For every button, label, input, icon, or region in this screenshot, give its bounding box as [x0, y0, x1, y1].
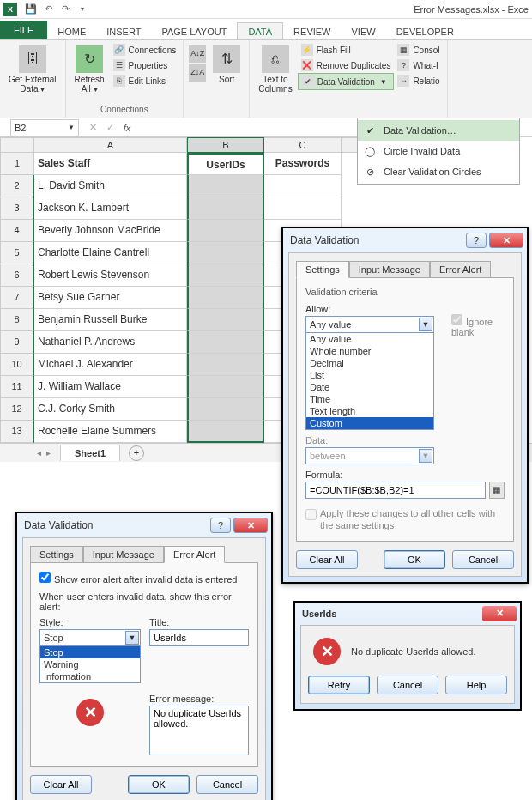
ignore-blank-checkbox[interactable]: Ignore blank	[451, 314, 505, 337]
ok-button[interactable]: OK	[128, 775, 190, 794]
undo-icon[interactable]: ↶	[41, 3, 55, 16]
cell[interactable]	[187, 175, 264, 197]
remove-duplicates-button[interactable]: ❌Remove Duplicates	[298, 58, 395, 73]
chevron-down-icon[interactable]: ▼	[68, 124, 75, 131]
tab-review[interactable]: REVIEW	[283, 23, 341, 39]
whatif-button[interactable]: ?What-I	[394, 58, 443, 73]
edit-links-button[interactable]: ⎘Edit Links	[110, 73, 180, 88]
row-header[interactable]: 8	[0, 309, 34, 331]
sort-az-button[interactable]: A↓Z Z↓A	[187, 42, 208, 116]
cell[interactable]: Charlotte Elaine Cantrell	[34, 242, 187, 264]
data-validation-split-button[interactable]: ✔Data Validation▼	[298, 73, 395, 90]
allow-option[interactable]: Date	[306, 381, 433, 393]
select-all-corner[interactable]	[0, 137, 34, 153]
tab-file[interactable]: FILE	[0, 21, 47, 39]
cancel-button[interactable]: Cancel	[377, 676, 438, 694]
row-header[interactable]: 2	[0, 175, 34, 197]
cell[interactable]: L. David Smith	[34, 175, 187, 197]
row-header[interactable]: 1	[0, 153, 34, 175]
enter-icon[interactable]: ✓	[103, 122, 117, 133]
style-option[interactable]: Warning	[40, 658, 140, 670]
cell[interactable]	[187, 309, 264, 331]
cell[interactable]: Jackson K. Lambert	[34, 197, 187, 220]
style-option[interactable]: Stop	[40, 646, 140, 658]
tab-input-message[interactable]: Input Message	[83, 546, 164, 563]
cell[interactable]: Michael J. Alexander	[34, 354, 187, 376]
tab-error-alert[interactable]: Error Alert	[164, 546, 226, 563]
row-header[interactable]: 11	[0, 376, 34, 398]
name-box[interactable]: B2 ▼	[10, 119, 79, 136]
cell[interactable]	[187, 197, 264, 220]
cell[interactable]	[187, 220, 264, 242]
row-header[interactable]: 13	[0, 421, 34, 443]
cell[interactable]	[187, 421, 264, 443]
clear-all-button[interactable]: Clear All	[30, 775, 92, 794]
style-option[interactable]: Information	[40, 670, 140, 682]
flash-fill-button[interactable]: ⚡Flash Fill	[298, 42, 395, 58]
close-button[interactable]: ✕	[482, 606, 517, 621]
error-message-input[interactable]	[149, 706, 249, 755]
retry-button[interactable]: Retry	[308, 676, 370, 694]
help-button[interactable]: ?	[210, 518, 231, 533]
qat-dropdown-icon[interactable]: ▾	[76, 3, 89, 16]
menu-item-circle-invalid[interactable]: ◯Circle Invalid Data	[358, 141, 519, 161]
range-picker-button[interactable]: ▦	[489, 482, 505, 499]
show-error-checkbox[interactable]: Show error alert after invalid data is e…	[39, 574, 237, 585]
cancel-button[interactable]: Cancel	[452, 550, 514, 569]
cell[interactable]	[187, 354, 264, 376]
allow-option[interactable]: Text length	[306, 405, 433, 417]
cell[interactable]: C.J. Corky Smith	[34, 398, 187, 421]
formula-input[interactable]	[305, 482, 486, 499]
cell[interactable]: UserIDs	[187, 153, 264, 175]
tab-error-alert[interactable]: Error Alert	[430, 261, 492, 278]
row-header[interactable]: 5	[0, 242, 34, 264]
error-title-input[interactable]	[149, 629, 249, 646]
style-select[interactable]: Stop▼	[39, 629, 141, 646]
cell[interactable]	[264, 197, 342, 220]
sheet-nav-first[interactable]: ◂	[37, 448, 41, 458]
insert-function-button[interactable]: fx	[118, 123, 136, 133]
save-icon[interactable]: 💾	[24, 3, 38, 16]
tab-insert[interactable]: INSERT	[96, 23, 151, 39]
tab-developer[interactable]: DEVELOPER	[386, 23, 464, 39]
allow-option[interactable]: Any value	[306, 333, 433, 345]
row-header[interactable]: 9	[0, 331, 34, 354]
text-to-columns-button[interactable]: ⎌ Text to Columns	[253, 42, 297, 116]
refresh-all-button[interactable]: ↻ Refresh All ▾	[70, 42, 110, 103]
cancel-button[interactable]: Cancel	[196, 775, 258, 794]
close-button[interactable]: ✕	[489, 233, 523, 248]
close-button[interactable]: ✕	[233, 518, 268, 533]
allow-option[interactable]: List	[306, 369, 433, 381]
col-header-a[interactable]: A	[34, 137, 187, 153]
cell[interactable]: Nathaniel P. Andrews	[34, 331, 187, 354]
allow-select[interactable]: Any value▼	[305, 316, 434, 333]
cell[interactable]: Passwords	[264, 153, 342, 175]
row-header[interactable]: 4	[0, 220, 34, 242]
tab-home[interactable]: HOME	[47, 23, 96, 39]
col-header-b[interactable]: B	[187, 137, 264, 153]
cell[interactable]	[187, 264, 264, 287]
relations-button[interactable]: ↔Relatio	[394, 73, 443, 88]
cell[interactable]: Robert Lewis Stevenson	[34, 264, 187, 287]
help-button[interactable]: ?	[466, 233, 487, 248]
menu-item-data-validation[interactable]: ✔Data Validation…	[358, 120, 519, 141]
cell[interactable]: Beverly Johnson MacBride	[34, 220, 187, 242]
cell[interactable]: Benjamin Russell Burke	[34, 309, 187, 331]
tab-settings[interactable]: Settings	[296, 261, 349, 278]
allow-option[interactable]: Custom	[306, 417, 433, 429]
get-external-data-button[interactable]: 🗄 Get External Data ▾	[3, 42, 62, 116]
cell[interactable]: Rochelle Elaine Summers	[34, 421, 187, 443]
add-sheet-button[interactable]: +	[129, 445, 144, 461]
sheet-nav-last[interactable]: ▸	[46, 448, 51, 458]
allow-option[interactable]: Time	[306, 393, 433, 405]
row-header[interactable]: 7	[0, 287, 34, 309]
ok-button[interactable]: OK	[384, 550, 445, 569]
tab-view[interactable]: VIEW	[342, 23, 386, 39]
properties-button[interactable]: ☰Properties	[110, 58, 180, 73]
row-header[interactable]: 12	[0, 398, 34, 421]
connections-button[interactable]: 🔗Connections	[110, 42, 180, 58]
tab-page-layout[interactable]: PAGE LAYOUT	[151, 23, 237, 39]
help-button[interactable]: Help	[445, 676, 507, 694]
tab-settings[interactable]: Settings	[30, 546, 83, 563]
cell[interactable]: J. William Wallace	[34, 376, 187, 398]
